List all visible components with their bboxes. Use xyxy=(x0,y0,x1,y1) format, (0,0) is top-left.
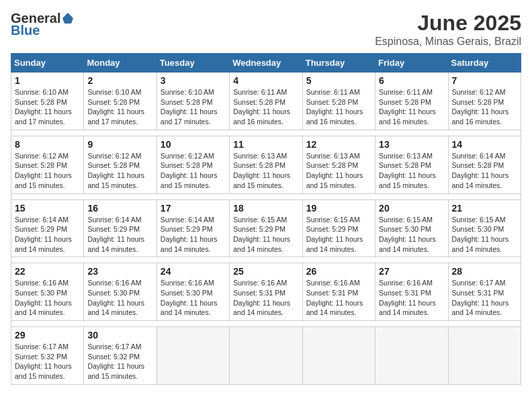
calendar-cell: 13Sunrise: 6:13 AMSunset: 5:28 PMDayligh… xyxy=(375,136,448,193)
day-header-thursday: Thursday xyxy=(302,54,375,73)
day-info: Sunrise: 6:13 AMSunset: 5:28 PMDaylight:… xyxy=(306,151,371,191)
day-info: Sunrise: 6:15 AMSunset: 5:29 PMDaylight:… xyxy=(306,215,371,255)
calendar-cell: 18Sunrise: 6:15 AMSunset: 5:29 PMDayligh… xyxy=(230,199,302,257)
week-spacer xyxy=(11,193,521,199)
day-number: 13 xyxy=(379,139,444,150)
day-number: 22 xyxy=(15,266,80,277)
logo-blue-text: Blue xyxy=(11,23,74,38)
svg-marker-0 xyxy=(62,13,73,24)
calendar-cell: 24Sunrise: 6:16 AMSunset: 5:30 PMDayligh… xyxy=(157,263,229,321)
calendar-cell: 26Sunrise: 6:16 AMSunset: 5:31 PMDayligh… xyxy=(302,263,375,321)
day-info: Sunrise: 6:14 AMSunset: 5:29 PMDaylight:… xyxy=(15,215,80,255)
calendar-cell: 12Sunrise: 6:13 AMSunset: 5:28 PMDayligh… xyxy=(302,136,375,193)
day-number: 17 xyxy=(161,203,226,214)
calendar-cell: 2Sunrise: 6:10 AMSunset: 5:28 PMDaylight… xyxy=(84,73,157,130)
day-info: Sunrise: 6:17 AMSunset: 5:32 PMDaylight:… xyxy=(15,342,80,381)
week-spacer xyxy=(11,321,521,327)
day-header-sunday: Sunday xyxy=(11,54,84,73)
calendar-cell: 29Sunrise: 6:17 AMSunset: 5:32 PMDayligh… xyxy=(11,327,84,385)
calendar-cell: 25Sunrise: 6:16 AMSunset: 5:31 PMDayligh… xyxy=(230,263,302,321)
day-number: 20 xyxy=(379,203,444,214)
day-info: Sunrise: 6:13 AMSunset: 5:28 PMDaylight:… xyxy=(233,151,298,191)
calendar-week-5: 29Sunrise: 6:17 AMSunset: 5:32 PMDayligh… xyxy=(11,327,521,385)
day-number: 24 xyxy=(161,266,226,277)
calendar-cell: 1Sunrise: 6:10 AMSunset: 5:28 PMDaylight… xyxy=(11,73,84,130)
day-header-saturday: Saturday xyxy=(448,54,521,73)
day-number: 16 xyxy=(87,203,152,214)
week-spacer xyxy=(11,257,521,263)
calendar-week-1: 1Sunrise: 6:10 AMSunset: 5:28 PMDaylight… xyxy=(11,73,521,130)
day-info: Sunrise: 6:17 AMSunset: 5:32 PMDaylight:… xyxy=(87,342,152,381)
day-info: Sunrise: 6:16 AMSunset: 5:30 PMDaylight:… xyxy=(87,278,152,318)
calendar-cell: 27Sunrise: 6:16 AMSunset: 5:31 PMDayligh… xyxy=(375,263,448,321)
calendar-cell: 10Sunrise: 6:12 AMSunset: 5:28 PMDayligh… xyxy=(157,136,229,193)
calendar-cell: 11Sunrise: 6:13 AMSunset: 5:28 PMDayligh… xyxy=(230,136,302,193)
calendar-cell: 9Sunrise: 6:12 AMSunset: 5:28 PMDaylight… xyxy=(84,136,157,193)
calendar-cell: 17Sunrise: 6:14 AMSunset: 5:29 PMDayligh… xyxy=(157,199,229,257)
day-info: Sunrise: 6:10 AMSunset: 5:28 PMDaylight:… xyxy=(15,87,80,127)
calendar-cell xyxy=(230,327,302,385)
calendar-cell xyxy=(302,327,375,385)
day-info: Sunrise: 6:11 AMSunset: 5:28 PMDaylight:… xyxy=(379,87,444,127)
day-info: Sunrise: 6:11 AMSunset: 5:28 PMDaylight:… xyxy=(306,87,371,127)
day-info: Sunrise: 6:14 AMSunset: 5:29 PMDaylight:… xyxy=(161,215,226,255)
day-number: 18 xyxy=(233,203,298,214)
day-info: Sunrise: 6:12 AMSunset: 5:28 PMDaylight:… xyxy=(161,151,226,191)
day-number: 29 xyxy=(15,330,80,340)
day-number: 10 xyxy=(161,139,226,150)
day-info: Sunrise: 6:11 AMSunset: 5:28 PMDaylight:… xyxy=(233,87,298,127)
calendar-week-4: 22Sunrise: 6:16 AMSunset: 5:30 PMDayligh… xyxy=(11,263,521,321)
subtitle: Espinosa, Minas Gerais, Brazil xyxy=(375,36,521,48)
day-number: 30 xyxy=(87,330,152,340)
day-number: 15 xyxy=(15,203,80,214)
day-number: 28 xyxy=(452,266,517,277)
day-info: Sunrise: 6:13 AMSunset: 5:28 PMDaylight:… xyxy=(379,151,444,191)
day-info: Sunrise: 6:10 AMSunset: 5:28 PMDaylight:… xyxy=(161,87,226,127)
page-header: General Blue June 2025 Espinosa, Minas G… xyxy=(11,11,521,48)
day-info: Sunrise: 6:16 AMSunset: 5:30 PMDaylight:… xyxy=(15,278,80,318)
calendar-cell xyxy=(375,327,448,385)
calendar-cell: 20Sunrise: 6:15 AMSunset: 5:30 PMDayligh… xyxy=(375,199,448,257)
logo: General Blue xyxy=(11,11,74,38)
day-number: 27 xyxy=(379,266,444,277)
calendar-cell: 30Sunrise: 6:17 AMSunset: 5:32 PMDayligh… xyxy=(84,327,157,385)
day-number: 25 xyxy=(233,266,298,277)
day-number: 4 xyxy=(233,75,298,86)
day-info: Sunrise: 6:16 AMSunset: 5:31 PMDaylight:… xyxy=(379,278,444,318)
calendar-cell: 8Sunrise: 6:12 AMSunset: 5:28 PMDaylight… xyxy=(11,136,84,193)
day-header-friday: Friday xyxy=(375,54,448,73)
calendar-body: 1Sunrise: 6:10 AMSunset: 5:28 PMDaylight… xyxy=(11,73,521,385)
title-area: June 2025 Espinosa, Minas Gerais, Brazil xyxy=(375,11,521,48)
calendar-cell: 3Sunrise: 6:10 AMSunset: 5:28 PMDaylight… xyxy=(157,73,229,130)
calendar-cell xyxy=(448,327,521,385)
calendar-table: SundayMondayTuesdayWednesdayThursdayFrid… xyxy=(11,53,521,385)
day-info: Sunrise: 6:14 AMSunset: 5:28 PMDaylight:… xyxy=(452,151,517,191)
day-info: Sunrise: 6:12 AMSunset: 5:28 PMDaylight:… xyxy=(87,151,152,191)
calendar-cell: 16Sunrise: 6:14 AMSunset: 5:29 PMDayligh… xyxy=(84,199,157,257)
day-info: Sunrise: 6:16 AMSunset: 5:31 PMDaylight:… xyxy=(233,278,298,318)
day-number: 3 xyxy=(161,75,226,86)
calendar-cell: 14Sunrise: 6:14 AMSunset: 5:28 PMDayligh… xyxy=(448,136,521,193)
day-number: 8 xyxy=(15,139,80,150)
day-number: 6 xyxy=(379,75,444,86)
day-info: Sunrise: 6:14 AMSunset: 5:29 PMDaylight:… xyxy=(87,215,152,255)
calendar-week-3: 15Sunrise: 6:14 AMSunset: 5:29 PMDayligh… xyxy=(11,199,521,257)
day-info: Sunrise: 6:10 AMSunset: 5:28 PMDaylight:… xyxy=(87,87,152,127)
day-number: 7 xyxy=(452,75,517,86)
day-number: 14 xyxy=(452,139,517,150)
day-number: 12 xyxy=(306,139,371,150)
day-number: 19 xyxy=(306,203,371,214)
calendar-cell xyxy=(157,327,229,385)
calendar-cell: 7Sunrise: 6:12 AMSunset: 5:28 PMDaylight… xyxy=(448,73,521,130)
day-number: 5 xyxy=(306,75,371,86)
day-info: Sunrise: 6:16 AMSunset: 5:30 PMDaylight:… xyxy=(161,278,226,318)
day-info: Sunrise: 6:15 AMSunset: 5:30 PMDaylight:… xyxy=(452,215,517,255)
calendar-cell: 15Sunrise: 6:14 AMSunset: 5:29 PMDayligh… xyxy=(11,199,84,257)
day-number: 21 xyxy=(452,203,517,214)
calendar-cell: 19Sunrise: 6:15 AMSunset: 5:29 PMDayligh… xyxy=(302,199,375,257)
day-info: Sunrise: 6:16 AMSunset: 5:31 PMDaylight:… xyxy=(306,278,371,318)
day-info: Sunrise: 6:15 AMSunset: 5:29 PMDaylight:… xyxy=(233,215,298,255)
day-info: Sunrise: 6:12 AMSunset: 5:28 PMDaylight:… xyxy=(15,151,80,191)
day-number: 23 xyxy=(87,266,152,277)
day-number: 2 xyxy=(87,75,152,86)
